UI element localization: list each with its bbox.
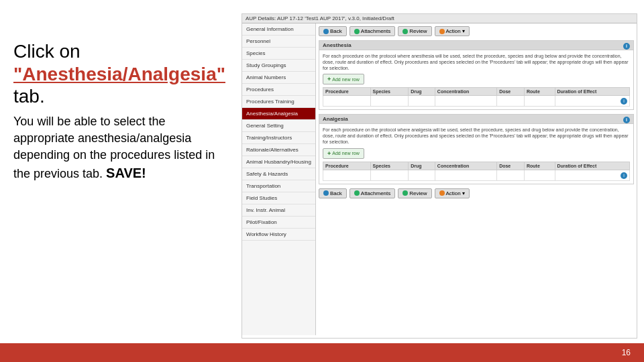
- table-row: i: [323, 170, 630, 180]
- col-species: Species: [370, 88, 409, 96]
- col-procedure: Procedure: [323, 88, 371, 96]
- review-icon: [402, 29, 408, 34]
- col-dose: Dose: [497, 88, 525, 96]
- review-button[interactable]: Review: [398, 26, 431, 36]
- anesthesia-section: Anesthesia i For each procedure on the p…: [319, 40, 634, 110]
- col-duration: Duration of Effect: [555, 88, 629, 96]
- col-route: Route: [525, 88, 555, 96]
- top-toolbar: Back Attachments Review Action ▾: [319, 26, 634, 36]
- analgesia-section-body: For each procedure on the protocol where…: [319, 124, 633, 183]
- col-concentration: Concentration: [435, 88, 496, 96]
- col-dose-2: Dose: [497, 162, 525, 170]
- sidebar-item-inv-instr-animal[interactable]: Inv. Instr. Animal: [242, 204, 315, 217]
- attachments-icon: [354, 29, 360, 34]
- analgesia-add-plus-icon: +: [327, 150, 331, 157]
- sidebar-item-rationale[interactable]: Rationale/Alternatives: [242, 144, 315, 156]
- sidebar-item-safety-hazards[interactable]: Safety & Hazards: [242, 168, 315, 180]
- action-button[interactable]: Action ▾: [435, 26, 470, 36]
- sidebar-item-animal-numbers[interactable]: Animal Numbers: [242, 72, 315, 84]
- table-row: i: [323, 96, 630, 107]
- page-header: AUP Details: AUP 17-12 'Test1 AUP 2017',…: [242, 14, 637, 23]
- sidebar-item-anesthesia-analgesia[interactable]: Anesthesia/Analgesia: [242, 108, 315, 120]
- attachments-button[interactable]: Attachments: [350, 26, 395, 36]
- anesthesia-add-row-label: Add new row: [332, 77, 359, 82]
- sidebar-item-procedures[interactable]: Procedures: [242, 84, 315, 96]
- click-on-label: Click on: [13, 41, 80, 62]
- action-dropdown-icon: ▾: [462, 28, 465, 34]
- analgesia-add-row-label: Add new row: [332, 151, 359, 156]
- bottom-action-icon: [439, 190, 445, 196]
- col-route-2: Route: [525, 162, 555, 170]
- sidebar-item-procedures-training[interactable]: Procedures Training: [242, 96, 315, 108]
- sidebar-item-training-instructors[interactable]: Training/Instructors: [242, 132, 315, 144]
- row-info-icon[interactable]: i: [621, 98, 627, 105]
- col-species-2: Species: [370, 162, 409, 170]
- tab-suffix-label: tab.: [13, 86, 45, 107]
- bottom-action-button[interactable]: Action ▾: [435, 188, 470, 198]
- bottom-back-label: Back: [330, 190, 342, 196]
- back-icon: [323, 29, 329, 34]
- bottom-action-dropdown-icon: ▾: [462, 190, 465, 196]
- anesthesia-add-row-button[interactable]: + Add new row: [323, 74, 364, 84]
- anesthesia-table: Procedure Species Drug Concentration Dos…: [323, 87, 630, 107]
- sidebar-item-field-studies[interactable]: Field Studies: [242, 192, 315, 204]
- instruction-heading: Click on "Anesthesia/Analgesia" tab.: [13, 40, 228, 108]
- analgesia-info-icon[interactable]: i: [623, 117, 630, 123]
- bottom-bar: 16: [0, 343, 644, 362]
- attachments-label: Attachments: [361, 28, 390, 34]
- action-icon: [439, 29, 445, 34]
- bottom-attachments-button[interactable]: Attachments: [350, 188, 395, 198]
- col-drug: Drug: [409, 88, 435, 96]
- right-panel: AUP Details: AUP 17-12 'Test1 AUP 2017',…: [241, 13, 637, 339]
- back-label: Back: [330, 28, 342, 34]
- bottom-back-icon: [323, 190, 329, 196]
- bottom-back-button[interactable]: Back: [319, 188, 347, 198]
- sidebar-item-species[interactable]: Species: [242, 48, 315, 60]
- anesthesia-section-title: Anesthesia: [323, 42, 352, 48]
- sidebar-item-personnel[interactable]: Personnel: [242, 36, 315, 48]
- sidebar[interactable]: General Information Personnel Species St…: [242, 23, 316, 335]
- analgesia-description: For each procedure on the protocol where…: [323, 127, 630, 145]
- tab-name-label: "Anesthesia/Analgesia": [13, 64, 225, 84]
- save-label: SAVE!: [106, 166, 146, 180]
- left-panel: Click on "Anesthesia/Analgesia" tab. You…: [13, 40, 228, 183]
- bottom-action-label: Action: [446, 190, 461, 196]
- sidebar-item-general-setting[interactable]: General Setting: [242, 120, 315, 132]
- row-info-icon-2[interactable]: i: [621, 172, 627, 179]
- sidebar-item-general-info[interactable]: General Information: [242, 23, 315, 36]
- analgesia-section-header: Analgesia i: [319, 115, 633, 124]
- action-label: Action: [446, 28, 461, 34]
- analgesia-table: Procedure Species Drug Concentration Dos…: [323, 162, 630, 181]
- sidebar-item-study-groupings[interactable]: Study Groupings: [242, 60, 315, 72]
- sidebar-item-transportation[interactable]: Transportation: [242, 180, 315, 192]
- main-content: Back Attachments Review Action ▾: [316, 23, 637, 335]
- col-procedure-2: Procedure: [323, 162, 371, 170]
- page-number: 16: [622, 348, 631, 357]
- bottom-review-button[interactable]: Review: [398, 188, 431, 198]
- analgesia-section-title: Analgesia: [323, 116, 348, 122]
- sidebar-item-animal-husbandry[interactable]: Animal Husbandry/Housing: [242, 156, 315, 168]
- col-drug-2: Drug: [409, 162, 435, 170]
- sidebar-item-pilot-fixation[interactable]: Pilot/Fixation: [242, 217, 315, 229]
- analgesia-add-row-button[interactable]: + Add new row: [323, 148, 364, 159]
- instruction-body: You will be able to select the appropria…: [13, 113, 228, 183]
- anesthesia-info-icon[interactable]: i: [623, 43, 630, 50]
- bottom-review-icon: [402, 190, 408, 196]
- add-plus-icon: +: [327, 76, 331, 82]
- bottom-attachments-label: Attachments: [361, 190, 390, 196]
- back-button[interactable]: Back: [319, 26, 347, 36]
- anesthesia-section-header: Anesthesia i: [319, 41, 633, 50]
- header-text: AUP Details: AUP 17-12 'Test1 AUP 2017',…: [246, 15, 394, 21]
- sidebar-item-workflow-history[interactable]: Workflow History: [242, 229, 315, 241]
- bottom-review-label: Review: [409, 190, 427, 196]
- analgesia-section: Analgesia i For each procedure on the pr…: [319, 114, 634, 184]
- anesthesia-section-body: For each procedure on the protocol where…: [319, 50, 633, 109]
- review-label: Review: [409, 28, 427, 34]
- col-concentration-2: Concentration: [435, 162, 496, 170]
- col-duration-2: Duration of Effect: [555, 162, 629, 170]
- bottom-attachments-icon: [354, 190, 360, 196]
- bottom-toolbar: Back Attachments Review Action ▾: [319, 188, 634, 198]
- anesthesia-description: For each procedure on the protocol where…: [323, 53, 630, 71]
